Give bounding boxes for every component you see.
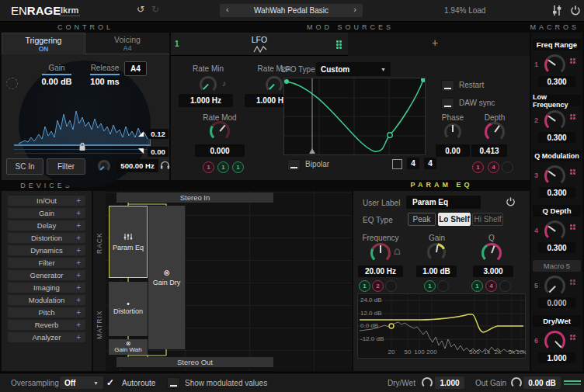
plus-icon[interactable]: + bbox=[76, 234, 81, 242]
macro3-knob[interactable] bbox=[544, 165, 565, 186]
rate-mod-value[interactable]: 0.000 bbox=[195, 144, 245, 157]
macro6-value[interactable]: 1.000 bbox=[538, 352, 575, 363]
filter-button[interactable]: Filter bbox=[47, 158, 85, 175]
show-modulated-label[interactable]: Show modulated values bbox=[185, 379, 267, 387]
eq-type-hi-shelf[interactable]: Hi Shelf bbox=[472, 213, 503, 226]
depth-badge-2[interactable]: 4 bbox=[488, 161, 499, 173]
grid-x-value[interactable]: 4 bbox=[407, 158, 419, 169]
outgain-value[interactable]: 0.00 dB bbox=[523, 376, 561, 389]
rate-mod-knob[interactable] bbox=[210, 121, 230, 141]
sc-in-button[interactable]: SC In bbox=[6, 158, 43, 175]
frequency-value[interactable]: 20.00 Hz bbox=[358, 265, 403, 277]
rate-mod-badge-2[interactable]: 1 bbox=[217, 161, 229, 173]
macro4-drag-icon[interactable] bbox=[570, 224, 576, 231]
rate-mod-badge-3[interactable]: 1 bbox=[232, 161, 244, 173]
macro2-name[interactable]: Low Frequency bbox=[533, 95, 581, 106]
autoroute-label[interactable]: Autoroute bbox=[122, 379, 155, 387]
macro2-knob[interactable] bbox=[544, 110, 565, 131]
threshold-lo-value[interactable]: 0.00 bbox=[148, 147, 169, 157]
plus-icon[interactable]: + bbox=[76, 258, 81, 267]
phase-value[interactable]: 0.00 bbox=[436, 144, 470, 157]
tab-triggering[interactable]: Triggering ON bbox=[2, 33, 85, 54]
macro2-value[interactable]: 0.300 bbox=[538, 132, 575, 143]
gain-slider[interactable] bbox=[42, 74, 71, 75]
rate-min-sync-icon[interactable]: ♪ bbox=[222, 79, 226, 88]
depth-badge-1[interactable]: 1 bbox=[472, 161, 484, 173]
redo-icon[interactable]: ↻ bbox=[151, 4, 159, 15]
show-modulated-checkbox[interactable] bbox=[167, 377, 180, 389]
bell-icon[interactable] bbox=[393, 248, 402, 258]
add-mod-source-icon[interactable]: + bbox=[432, 36, 438, 49]
macro6-knob[interactable] bbox=[544, 331, 565, 352]
device-item-distortion[interactable]: Distortion+ bbox=[8, 233, 85, 243]
frequency-knob[interactable] bbox=[370, 243, 391, 263]
rack-node-param-eq[interactable]: Param Eq bbox=[109, 206, 148, 278]
plus-icon[interactable]: + bbox=[76, 296, 81, 304]
headphone-icon[interactable] bbox=[160, 160, 170, 172]
eq-gain-knob[interactable] bbox=[427, 243, 446, 262]
plus-icon[interactable]: + bbox=[76, 308, 81, 317]
macro5-drag-icon[interactable] bbox=[570, 279, 576, 286]
rack-node-distortion[interactable]: • Distortion bbox=[109, 282, 148, 336]
user-label-input[interactable]: Param Eq bbox=[406, 196, 481, 209]
threshold-hi-marker-icon[interactable]: ◢ bbox=[138, 130, 144, 137]
grid-snap-icon[interactable] bbox=[392, 159, 402, 169]
preset-name[interactable]: WahWah Pedal Basic bbox=[220, 6, 363, 15]
tab-lfo-1[interactable]: 1 LFO bbox=[171, 33, 348, 56]
frequency-badge-3[interactable] bbox=[385, 280, 397, 292]
device-item-generator[interactable]: Generator+ bbox=[8, 270, 85, 280]
eq-response-graph[interactable]: 24.0 dB 12.0 dB 0.0 dB -12.0 dB 20 50 10… bbox=[357, 293, 526, 359]
device-item-analyzer[interactable]: Analyzer+ bbox=[8, 332, 85, 342]
release-value[interactable]: 100 ms bbox=[84, 77, 126, 86]
device-item-filter[interactable]: Filter+ bbox=[8, 258, 85, 268]
macro1-name[interactable]: Freq Range bbox=[533, 39, 581, 50]
power-icon[interactable] bbox=[570, 5, 581, 18]
macro5-knob[interactable] bbox=[544, 276, 565, 297]
macro3-name[interactable]: Q Modulation bbox=[533, 150, 581, 161]
eq-type-peak[interactable]: Peak bbox=[408, 213, 436, 226]
device-item-modulation[interactable]: Modulation+ bbox=[8, 295, 85, 305]
threshold-lo-marker-icon[interactable]: ◥ bbox=[138, 147, 144, 154]
macro3-drag-icon[interactable] bbox=[570, 169, 576, 175]
device-item-gain[interactable]: Gain+ bbox=[8, 208, 85, 218]
settings-sliders-icon[interactable] bbox=[551, 5, 562, 18]
macro5-value[interactable]: 0.000 bbox=[538, 297, 575, 308]
macro4-name[interactable]: Q Depth bbox=[533, 205, 581, 217]
preset-next-icon[interactable]: › bbox=[353, 5, 356, 14]
rate-min-knob[interactable] bbox=[200, 76, 217, 93]
eq-gain-badge-2[interactable] bbox=[437, 280, 449, 292]
grid-y-value[interactable]: 4 bbox=[424, 158, 436, 169]
filter-freq-value[interactable]: 500.00 Hz bbox=[116, 159, 158, 172]
oversampling-dropdown[interactable]: Off ▼ bbox=[60, 376, 103, 389]
plus-icon[interactable]: + bbox=[76, 321, 81, 329]
outgain-knob[interactable] bbox=[511, 377, 522, 388]
device-power-icon[interactable] bbox=[506, 196, 516, 209]
macro1-knob[interactable] bbox=[544, 54, 565, 75]
rack-node-gain-dry[interactable]: ⊗ Gain Dry bbox=[148, 206, 185, 349]
q-knob[interactable] bbox=[481, 243, 502, 263]
daw-sync-checkbox[interactable] bbox=[441, 98, 454, 109]
q-value[interactable]: 3.000 bbox=[473, 265, 513, 277]
plus-icon[interactable]: + bbox=[76, 196, 81, 205]
frequency-badge-1[interactable]: 1 bbox=[359, 280, 370, 292]
rate-mod-badge-1[interactable]: 1 bbox=[203, 161, 214, 173]
rate-min-value[interactable]: 1.000 Hz bbox=[179, 94, 233, 107]
macro4-knob[interactable] bbox=[544, 220, 565, 241]
plus-icon[interactable]: + bbox=[76, 246, 81, 255]
depth-value[interactable]: 0.413 bbox=[471, 144, 507, 157]
lfo-shape-editor[interactable] bbox=[283, 78, 426, 155]
macro3-value[interactable]: 0.300 bbox=[538, 187, 575, 198]
threshold-hi-value[interactable]: 0.12 bbox=[148, 129, 169, 139]
spectrum-mode-icon[interactable] bbox=[6, 78, 18, 89]
macro1-value[interactable]: 0.300 bbox=[538, 76, 575, 87]
lfo-type-dropdown[interactable]: Custom ▼ bbox=[316, 62, 391, 76]
plus-icon[interactable]: + bbox=[76, 283, 81, 292]
tab-voicing[interactable]: Voicing A4 bbox=[85, 33, 169, 54]
device-item-inout[interactable]: In/Out+ bbox=[8, 196, 85, 206]
q-badge-1[interactable]: 1 bbox=[471, 280, 483, 292]
lfo-tab-drag-icon[interactable] bbox=[336, 40, 342, 50]
eq-gain-badge-1[interactable]: 1 bbox=[424, 280, 436, 292]
autoroute-check-icon[interactable]: ✓ bbox=[106, 377, 114, 388]
depth-badge-3[interactable] bbox=[502, 161, 513, 173]
plus-icon[interactable]: + bbox=[76, 333, 81, 342]
